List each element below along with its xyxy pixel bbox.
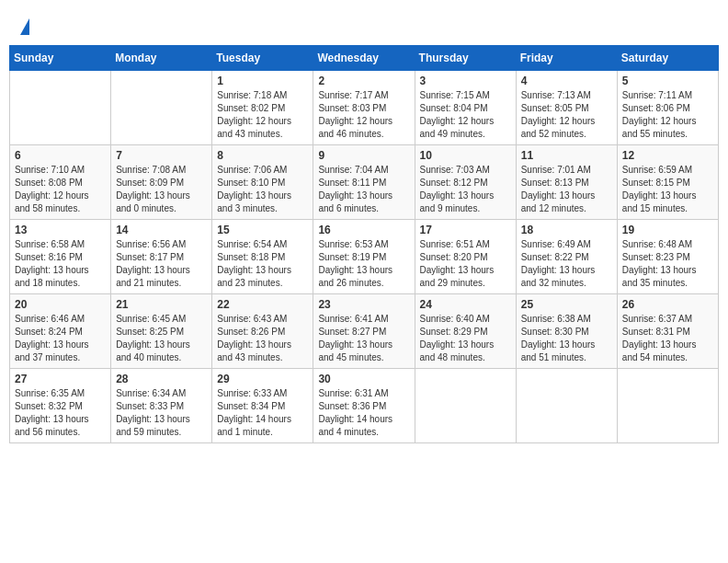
- day-header-friday: Friday: [516, 46, 617, 71]
- cell-details: Sunrise: 6:46 AMSunset: 8:24 PMDaylight:…: [15, 313, 106, 364]
- calendar-cell: 14Sunrise: 6:56 AMSunset: 8:17 PMDayligh…: [111, 220, 212, 294]
- day-number: 23: [318, 298, 409, 311]
- calendar-cell: 12Sunrise: 6:59 AMSunset: 8:15 PMDayligh…: [617, 145, 718, 220]
- calendar-cell: 30Sunrise: 6:31 AMSunset: 8:36 PMDayligh…: [313, 369, 415, 443]
- cell-details: Sunrise: 6:54 AMSunset: 8:18 PMDaylight:…: [217, 238, 308, 290]
- cell-details: Sunrise: 6:41 AMSunset: 8:27 PMDaylight:…: [318, 313, 409, 364]
- day-number: 27: [15, 373, 106, 385]
- day-number: 14: [116, 224, 207, 236]
- calendar-cell: 18Sunrise: 6:49 AMSunset: 8:22 PMDayligh…: [516, 220, 617, 294]
- calendar-cell: [10, 71, 111, 145]
- cell-details: Sunrise: 6:56 AMSunset: 8:17 PMDaylight:…: [116, 238, 207, 290]
- cell-details: Sunrise: 6:58 AMSunset: 8:16 PMDaylight:…: [15, 238, 106, 290]
- day-number: 16: [318, 224, 409, 236]
- day-number: 4: [521, 75, 612, 87]
- calendar-cell: 20Sunrise: 6:46 AMSunset: 8:24 PMDayligh…: [10, 294, 111, 369]
- day-number: 26: [622, 298, 713, 311]
- calendar-table: SundayMondayTuesdayWednesdayThursdayFrid…: [9, 45, 719, 443]
- calendar-cell: 17Sunrise: 6:51 AMSunset: 8:20 PMDayligh…: [415, 220, 516, 294]
- cell-details: Sunrise: 6:37 AMSunset: 8:31 PMDaylight:…: [622, 313, 713, 364]
- day-header-wednesday: Wednesday: [313, 46, 415, 71]
- day-number: 3: [420, 75, 511, 87]
- cell-details: Sunrise: 6:33 AMSunset: 8:34 PMDaylight:…: [217, 387, 308, 439]
- day-number: 9: [318, 149, 409, 162]
- day-number: 6: [15, 149, 106, 162]
- cell-details: Sunrise: 7:10 AMSunset: 8:08 PMDaylight:…: [15, 164, 106, 215]
- cell-details: Sunrise: 7:06 AMSunset: 8:10 PMDaylight:…: [217, 164, 308, 215]
- calendar-cell: [415, 369, 516, 443]
- day-number: 15: [217, 224, 308, 236]
- day-header-monday: Monday: [111, 46, 212, 71]
- day-number: 29: [217, 373, 308, 385]
- calendar-cell: 1Sunrise: 7:18 AMSunset: 8:02 PMDaylight…: [212, 71, 313, 145]
- cell-details: Sunrise: 6:34 AMSunset: 8:33 PMDaylight:…: [116, 387, 207, 439]
- day-header-saturday: Saturday: [617, 46, 718, 71]
- calendar-cell: 26Sunrise: 6:37 AMSunset: 8:31 PMDayligh…: [617, 294, 718, 369]
- day-number: 24: [420, 298, 511, 311]
- calendar-week-row: 13Sunrise: 6:58 AMSunset: 8:16 PMDayligh…: [10, 220, 719, 294]
- calendar-cell: 21Sunrise: 6:45 AMSunset: 8:25 PMDayligh…: [111, 294, 212, 369]
- day-number: 1: [217, 75, 308, 87]
- calendar-cell: 25Sunrise: 6:38 AMSunset: 8:30 PMDayligh…: [516, 294, 617, 369]
- calendar-week-row: 27Sunrise: 6:35 AMSunset: 8:32 PMDayligh…: [10, 369, 719, 443]
- day-number: 12: [622, 149, 713, 162]
- cell-details: Sunrise: 6:45 AMSunset: 8:25 PMDaylight:…: [116, 313, 207, 364]
- calendar-cell: [111, 71, 212, 145]
- cell-details: Sunrise: 7:04 AMSunset: 8:11 PMDaylight:…: [318, 164, 409, 215]
- cell-details: Sunrise: 7:18 AMSunset: 8:02 PMDaylight:…: [217, 89, 308, 141]
- calendar-week-row: 6Sunrise: 7:10 AMSunset: 8:08 PMDaylight…: [10, 145, 719, 220]
- day-number: 25: [521, 298, 612, 311]
- day-number: 13: [15, 224, 106, 236]
- cell-details: Sunrise: 6:38 AMSunset: 8:30 PMDaylight:…: [521, 313, 612, 364]
- logo-triangle-icon: [20, 18, 29, 35]
- day-number: 5: [622, 75, 713, 87]
- calendar-cell: 13Sunrise: 6:58 AMSunset: 8:16 PMDayligh…: [10, 220, 111, 294]
- cell-details: Sunrise: 6:31 AMSunset: 8:36 PMDaylight:…: [318, 387, 409, 439]
- day-number: 18: [521, 224, 612, 236]
- cell-details: Sunrise: 6:53 AMSunset: 8:19 PMDaylight:…: [318, 238, 409, 290]
- cell-details: Sunrise: 7:15 AMSunset: 8:04 PMDaylight:…: [420, 89, 511, 141]
- calendar-cell: 10Sunrise: 7:03 AMSunset: 8:12 PMDayligh…: [415, 145, 516, 220]
- page-header: [9, 9, 719, 40]
- cell-details: Sunrise: 7:08 AMSunset: 8:09 PMDaylight:…: [116, 164, 207, 215]
- day-number: 8: [217, 149, 308, 162]
- cell-details: Sunrise: 7:17 AMSunset: 8:03 PMDaylight:…: [318, 89, 409, 141]
- calendar-header-row: SundayMondayTuesdayWednesdayThursdayFrid…: [10, 46, 719, 71]
- calendar-cell: 6Sunrise: 7:10 AMSunset: 8:08 PMDaylight…: [10, 145, 111, 220]
- day-number: 22: [217, 298, 308, 311]
- calendar-cell: 7Sunrise: 7:08 AMSunset: 8:09 PMDaylight…: [111, 145, 212, 220]
- calendar-cell: 11Sunrise: 7:01 AMSunset: 8:13 PMDayligh…: [516, 145, 617, 220]
- cell-details: Sunrise: 6:35 AMSunset: 8:32 PMDaylight:…: [15, 387, 106, 439]
- day-number: 11: [521, 149, 612, 162]
- calendar-week-row: 1Sunrise: 7:18 AMSunset: 8:02 PMDaylight…: [10, 71, 719, 145]
- calendar-cell: 3Sunrise: 7:15 AMSunset: 8:04 PMDaylight…: [415, 71, 516, 145]
- calendar-cell: 4Sunrise: 7:13 AMSunset: 8:05 PMDaylight…: [516, 71, 617, 145]
- calendar-cell: 8Sunrise: 7:06 AMSunset: 8:10 PMDaylight…: [212, 145, 313, 220]
- day-header-tuesday: Tuesday: [212, 46, 313, 71]
- calendar-cell: 23Sunrise: 6:41 AMSunset: 8:27 PMDayligh…: [313, 294, 415, 369]
- cell-details: Sunrise: 6:49 AMSunset: 8:22 PMDaylight:…: [521, 238, 612, 290]
- calendar-cell: 19Sunrise: 6:48 AMSunset: 8:23 PMDayligh…: [617, 220, 718, 294]
- cell-details: Sunrise: 7:03 AMSunset: 8:12 PMDaylight:…: [420, 164, 511, 215]
- day-number: 2: [318, 75, 409, 87]
- calendar-cell: 15Sunrise: 6:54 AMSunset: 8:18 PMDayligh…: [212, 220, 313, 294]
- calendar-cell: [516, 369, 617, 443]
- day-number: 30: [318, 373, 409, 385]
- calendar-cell: 24Sunrise: 6:40 AMSunset: 8:29 PMDayligh…: [415, 294, 516, 369]
- cell-details: Sunrise: 6:40 AMSunset: 8:29 PMDaylight:…: [420, 313, 511, 364]
- calendar-week-row: 20Sunrise: 6:46 AMSunset: 8:24 PMDayligh…: [10, 294, 719, 369]
- calendar-cell: 27Sunrise: 6:35 AMSunset: 8:32 PMDayligh…: [10, 369, 111, 443]
- cell-details: Sunrise: 6:43 AMSunset: 8:26 PMDaylight:…: [217, 313, 308, 364]
- cell-details: Sunrise: 7:13 AMSunset: 8:05 PMDaylight:…: [521, 89, 612, 141]
- day-number: 20: [15, 298, 106, 311]
- logo: [18, 17, 29, 36]
- calendar-cell: 29Sunrise: 6:33 AMSunset: 8:34 PMDayligh…: [212, 369, 313, 443]
- day-header-sunday: Sunday: [10, 46, 111, 71]
- cell-details: Sunrise: 7:01 AMSunset: 8:13 PMDaylight:…: [521, 164, 612, 215]
- cell-details: Sunrise: 6:51 AMSunset: 8:20 PMDaylight:…: [420, 238, 511, 290]
- cell-details: Sunrise: 6:48 AMSunset: 8:23 PMDaylight:…: [622, 238, 713, 290]
- cell-details: Sunrise: 6:59 AMSunset: 8:15 PMDaylight:…: [622, 164, 713, 215]
- day-number: 10: [420, 149, 511, 162]
- calendar-cell: [617, 369, 718, 443]
- cell-details: Sunrise: 7:11 AMSunset: 8:06 PMDaylight:…: [622, 89, 713, 141]
